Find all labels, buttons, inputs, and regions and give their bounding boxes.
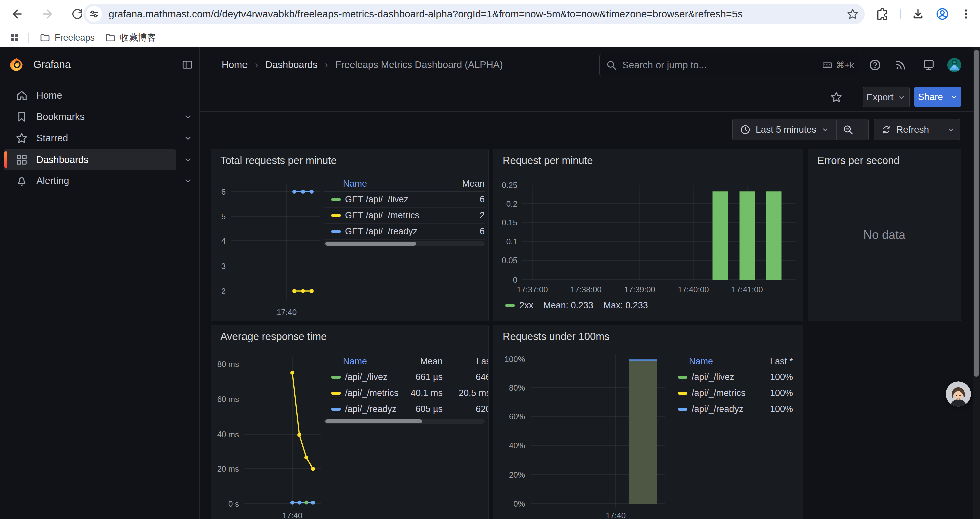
extensions-button[interactable] — [873, 5, 892, 23]
sidebar: Grafana Home Bookmarks Starred — [0, 48, 200, 519]
sidebar-item-starred[interactable]: Starred — [4, 128, 177, 148]
export-button[interactable]: Export — [863, 87, 910, 107]
favorite-dashboard-button[interactable] — [829, 89, 843, 104]
legend-row[interactable]: GET /api/_/metrics 2 — [324, 208, 485, 224]
refresh-interval-button[interactable] — [942, 119, 960, 140]
active-indicator — [4, 151, 7, 168]
svg-text:20%: 20% — [509, 470, 525, 479]
series-name[interactable]: GET /api/_/metrics — [345, 211, 419, 221]
bookmark-folder-blogs[interactable]: 收藏博客 — [100, 30, 161, 45]
legend-col-mean[interactable]: Mean — [462, 179, 485, 189]
refresh-button[interactable]: Refresh — [874, 119, 942, 140]
chevron-down-icon[interactable] — [182, 110, 194, 123]
address-bar[interactable]: grafana.mathmast.com/d/deytv4rwavabkb/fr… — [83, 4, 865, 24]
chevron-down-icon[interactable] — [182, 132, 194, 144]
series-name[interactable]: /api/_/readyz — [345, 404, 396, 414]
sidebar-item-home[interactable]: Home — [4, 85, 177, 105]
breadcrumb-home[interactable]: Home — [222, 59, 248, 70]
bookmark-folder-label: 收藏博客 — [120, 32, 156, 44]
bookmark-folder-freeleaps[interactable]: Freeleaps — [35, 30, 99, 45]
user-avatar[interactable] — [947, 58, 962, 72]
back-button[interactable] — [7, 4, 27, 24]
svg-text:80 ms: 80 ms — [218, 360, 239, 369]
bookmark-page-button[interactable] — [844, 5, 861, 23]
downloads-button[interactable] — [908, 5, 927, 23]
dashboard-subheader: Export Share — [199, 82, 980, 112]
legend-scrollbar[interactable] — [324, 419, 485, 424]
legend-row[interactable]: /api/_/readyz 605 µs 620 — [324, 401, 488, 417]
kiosk-display-button[interactable] — [921, 58, 936, 72]
svg-text:0: 0 — [513, 275, 517, 284]
series-name[interactable]: /api/_/livez — [692, 372, 735, 382]
request-per-minute-chart[interactable]: 0.250.20.150.10.05017:37:0017:38:0017:39… — [493, 149, 803, 321]
breadcrumb-dashboards[interactable]: Dashboards — [265, 59, 317, 70]
search-icon — [606, 59, 617, 71]
apps-button[interactable] — [6, 29, 23, 46]
series-max: Max: 0.233 — [603, 300, 648, 311]
no-data-message: No data — [808, 149, 961, 321]
legend-scrollbar[interactable] — [324, 241, 485, 246]
legend-row[interactable]: /api/_/livez 100% — [673, 369, 793, 385]
legend-row[interactable]: GET /api/_/livez 6 — [324, 192, 485, 208]
series-name[interactable]: GET /api/_/readyz — [345, 227, 417, 237]
legend-col-name[interactable]: Name — [689, 356, 713, 367]
legend-col-last[interactable]: Las — [442, 356, 488, 367]
legend-col-name[interactable]: Name — [343, 356, 367, 367]
search-input[interactable] — [622, 59, 822, 71]
share-menu-button[interactable] — [947, 87, 961, 107]
legend-col-mean[interactable]: Mean — [402, 356, 442, 367]
news-rss-button[interactable] — [893, 58, 908, 72]
svg-text:17:39:00: 17:39:00 — [624, 285, 655, 294]
profile-button[interactable] — [933, 5, 951, 23]
svg-text:17:40: 17:40 — [282, 511, 302, 519]
legend-row[interactable]: /api/_/readyz 100% — [673, 401, 793, 417]
search-box[interactable]: ⌘+k — [600, 54, 860, 77]
panel-requests-under-100ms: Requests under 100ms 100%80%60%40%20%0%1… — [493, 325, 803, 519]
chevron-down-icon[interactable] — [182, 175, 194, 187]
help-button[interactable] — [868, 58, 882, 72]
zoom-out-button[interactable] — [837, 119, 859, 140]
legend-col-last[interactable]: Last * — [770, 356, 793, 367]
panel-average-response-time: Average response time 80 ms60 ms40 ms20 … — [211, 325, 488, 519]
panel-toggle-icon — [181, 59, 194, 71]
forward-icon — [41, 7, 54, 21]
series-mean: 661 µs — [415, 372, 442, 382]
scrollbar-thumb[interactable] — [974, 50, 979, 377]
series-name[interactable]: GET /api/_/livez — [345, 194, 408, 205]
url-text[interactable]: grafana.mathmast.com/d/deytv4rwavabkb/fr… — [109, 8, 844, 20]
breadcrumb-current[interactable]: Freeleaps Metrics Dashboard (ALPHA) — [335, 59, 503, 70]
series-name[interactable]: /api/_/metrics — [692, 388, 746, 398]
sidebar-item-alerting[interactable]: Alerting — [4, 170, 177, 191]
floating-assistant-avatar[interactable] — [946, 382, 971, 407]
series-last: 100% — [770, 372, 793, 382]
sidebar-item-label: Dashboards — [37, 154, 88, 165]
series-mean: 6 — [480, 227, 485, 237]
legend-row[interactable]: /api/_/metrics 40.1 ms 20.5 ms — [324, 385, 488, 401]
sidebar-item-bookmarks[interactable]: Bookmarks — [4, 106, 177, 127]
sidebar-item-dashboards[interactable]: Dashboards — [4, 149, 177, 170]
page-scrollbar[interactable] — [973, 48, 980, 519]
series-name[interactable]: /api/_/livez — [345, 372, 388, 382]
series-name[interactable]: 2xx — [519, 300, 533, 311]
scrollbar-thumb[interactable] — [325, 242, 416, 246]
legend-row[interactable]: GET /api/_/readyz 6 — [324, 224, 485, 240]
share-button[interactable]: Share — [914, 87, 947, 107]
series-name[interactable]: /api/_/readyz — [692, 404, 743, 414]
sidebar-toggle-button[interactable] — [180, 57, 195, 72]
forward-button[interactable] — [37, 4, 57, 24]
series-last: 100% — [770, 388, 793, 398]
legend-row[interactable]: /api/_/livez 661 µs 646 — [324, 369, 488, 385]
time-range-button[interactable]: Last 5 minutes — [733, 119, 836, 140]
series-swatch — [331, 376, 340, 379]
refresh-group: Refresh — [874, 119, 960, 140]
legend-row[interactable]: /api/_/metrics 100% — [673, 385, 793, 401]
legend-col-name[interactable]: Name — [343, 179, 367, 189]
svg-text:20 ms: 20 ms — [218, 464, 239, 473]
back-icon — [11, 7, 24, 21]
site-info-button[interactable] — [86, 6, 102, 22]
browser-menu-button[interactable] — [957, 5, 975, 23]
chevron-down-icon[interactable] — [182, 153, 194, 166]
scrollbar-thumb[interactable] — [325, 420, 422, 423]
series-name[interactable]: /api/_/metrics — [345, 388, 399, 398]
series-mean: 6 — [480, 194, 485, 205]
